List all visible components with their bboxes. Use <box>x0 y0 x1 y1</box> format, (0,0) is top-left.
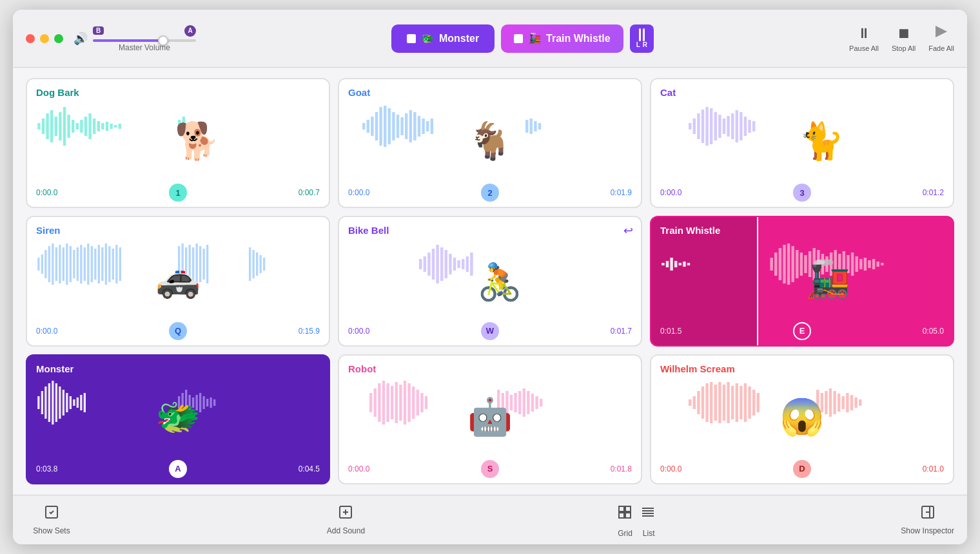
svg-rect-145 <box>872 259 875 269</box>
svg-rect-98 <box>256 253 258 276</box>
svg-rect-100 <box>263 258 265 271</box>
svg-marker-0 <box>936 26 947 37</box>
svg-rect-95 <box>206 245 208 283</box>
sound-card-dog-bark[interactable]: Dog Bark 🐕 0:00.0 1 0:00.7 <box>26 78 330 208</box>
fullscreen-button[interactable] <box>54 34 63 43</box>
svg-rect-141 <box>856 256 858 272</box>
volume-slider[interactable] <box>93 39 196 42</box>
dog-bark-emoji: 🐕 <box>175 123 220 159</box>
svg-rect-161 <box>84 393 86 412</box>
monster-playing-button[interactable]: 🐲 Monster <box>391 24 495 53</box>
svg-rect-117 <box>674 261 677 267</box>
sound-card-cat[interactable]: Cat 🐈 0:00.0 3 0:01.2 <box>650 78 954 208</box>
show-inspector-button[interactable]: Show Inspector <box>901 504 954 535</box>
svg-rect-11 <box>80 120 83 133</box>
add-sound-button[interactable]: Add Sound <box>320 504 371 535</box>
svg-rect-232 <box>619 513 624 518</box>
sound-waveform-wilhelm: 😱 <box>660 377 944 457</box>
svg-rect-56 <box>727 116 729 137</box>
svg-rect-143 <box>864 258 867 271</box>
minimize-button[interactable] <box>40 34 49 43</box>
svg-rect-193 <box>523 388 525 417</box>
svg-rect-79 <box>94 249 96 280</box>
goat-key-badge[interactable]: 2 <box>481 184 499 202</box>
train-key-badge[interactable]: E <box>793 322 811 340</box>
svg-rect-105 <box>436 245 438 283</box>
svg-rect-38 <box>413 112 416 140</box>
svg-rect-119 <box>683 262 685 267</box>
svg-rect-219 <box>833 391 836 414</box>
svg-rect-99 <box>260 255 262 273</box>
sound-card-siren[interactable]: Siren 🚓 0:00.0 Q 0:15.9 <box>26 216 330 346</box>
svg-rect-40 <box>422 119 424 134</box>
svg-rect-102 <box>424 256 426 272</box>
wilhelm-key-badge[interactable]: D <box>793 460 811 478</box>
sound-card-wilhelm-scream[interactable]: Wilhelm Scream 😱 0:00.0 D 0:01.0 <box>650 354 954 484</box>
dog-bark-key-badge[interactable]: 1 <box>169 184 187 202</box>
svg-rect-69 <box>59 245 61 283</box>
svg-rect-78 <box>91 246 93 282</box>
sound-waveform-siren: 🚓 <box>36 238 320 319</box>
stop-all-button[interactable]: ⏹ Stop All <box>892 25 916 52</box>
svg-rect-108 <box>449 254 451 274</box>
sound-title-monster: Monster <box>36 363 320 374</box>
close-button[interactable] <box>26 34 35 43</box>
svg-rect-20 <box>119 124 121 129</box>
pause-all-button[interactable]: ⏸ Pause All <box>849 25 879 52</box>
svg-rect-125 <box>787 244 790 285</box>
sound-card-monster[interactable]: Monster 🐲 0:03.8 A 0:04.5 <box>26 354 330 484</box>
svg-rect-2 <box>42 119 44 134</box>
show-sets-icon <box>44 504 59 524</box>
svg-rect-80 <box>98 245 100 283</box>
svg-rect-181 <box>404 381 406 425</box>
svg-rect-74 <box>77 247 79 281</box>
slider-b-label: B <box>93 26 104 35</box>
monster-time-start: 0:03.8 <box>36 464 57 473</box>
cat-key-badge[interactable]: 3 <box>793 184 811 202</box>
svg-rect-101 <box>419 259 422 269</box>
svg-rect-4 <box>50 110 53 142</box>
list-view-button[interactable] <box>638 502 658 526</box>
svg-rect-14 <box>93 119 95 134</box>
svg-rect-94 <box>203 249 205 280</box>
svg-rect-191 <box>514 393 516 412</box>
svg-rect-15 <box>97 121 100 131</box>
svg-rect-230 <box>619 506 624 511</box>
monster-key-badge[interactable]: A <box>169 460 187 478</box>
svg-rect-85 <box>115 245 117 283</box>
show-sets-button[interactable]: Show Sets <box>26 504 77 535</box>
robot-key-badge[interactable]: S <box>481 460 499 478</box>
bike-bell-time-end: 0:01.7 <box>611 327 632 336</box>
svg-rect-63 <box>37 258 39 271</box>
show-inspector-label: Show Inspector <box>901 526 954 535</box>
grid-view-button[interactable] <box>614 502 635 526</box>
svg-rect-206 <box>723 385 725 421</box>
fade-all-button[interactable]: Fade All <box>928 24 954 52</box>
sound-card-train-whistle[interactable]: Train Whistle 🚂 0:01.5 E 0:05.0 <box>650 216 954 346</box>
svg-rect-186 <box>425 396 427 409</box>
sound-card-goat[interactable]: Goat 🐐 0:00.0 2 0:01.9 <box>338 78 642 208</box>
svg-rect-180 <box>399 385 402 421</box>
svg-rect-208 <box>731 386 734 419</box>
volume-icon: 🔊 <box>74 32 88 46</box>
bike-bell-key-badge[interactable]: W <box>481 322 499 340</box>
sound-waveform-bike-bell: 🚴 <box>348 238 632 319</box>
svg-rect-3 <box>46 113 48 139</box>
svg-rect-152 <box>52 381 54 425</box>
sound-card-robot[interactable]: Robot 🤖 0:00.0 S 0:01.8 <box>338 354 642 484</box>
svg-rect-76 <box>84 247 86 281</box>
wilhelm-time-start: 0:00.0 <box>660 464 681 473</box>
train-playing-button[interactable]: 🚂 Train Whistle <box>501 24 623 53</box>
pause-all-label: Pause All <box>849 44 879 52</box>
sound-card-bike-bell[interactable]: ↩ Bike Bell 🚴 0:00.0 W 0:01.7 <box>338 216 642 346</box>
stop-indicator-train <box>514 34 523 43</box>
siren-key-badge[interactable]: Q <box>169 322 187 340</box>
svg-rect-231 <box>625 506 631 511</box>
svg-rect-104 <box>432 249 435 280</box>
train-button-label: Train Whistle <box>546 33 611 44</box>
svg-rect-222 <box>846 393 848 412</box>
svg-rect-6 <box>59 112 61 140</box>
sound-title-wilhelm-scream: Wilhelm Scream <box>660 363 944 374</box>
svg-rect-147 <box>881 263 883 265</box>
svg-rect-112 <box>466 256 469 272</box>
